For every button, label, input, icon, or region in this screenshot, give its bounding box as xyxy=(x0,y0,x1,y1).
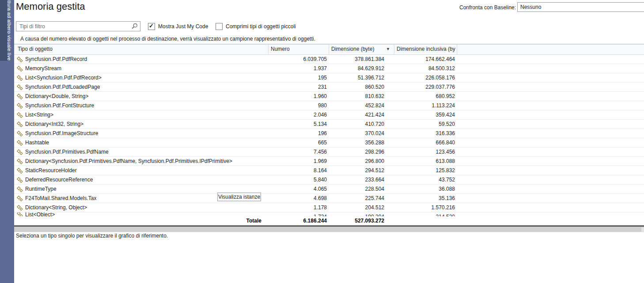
object-type-name: List<Object> xyxy=(25,212,55,216)
class-icon xyxy=(17,57,23,62)
object-type-name: Syncfusion.Pdf.PdfLoadedPage xyxy=(25,83,100,91)
object-type-name: MemoryStream xyxy=(25,64,61,73)
object-count: 665 xyxy=(269,138,329,147)
object-count: 8.164 xyxy=(269,166,329,175)
object-inclusive-size: 214.520 xyxy=(394,212,457,216)
object-inclusive-size: 316.336 xyxy=(394,129,457,138)
class-icon xyxy=(17,186,23,192)
class-icon xyxy=(17,103,23,109)
horizontal-scrollbar[interactable] xyxy=(14,227,644,232)
object-size: 233.664 xyxy=(329,175,394,184)
object-inclusive-size: 666.840 xyxy=(394,138,457,147)
collapse-small-objects-label: Comprimi tipi di oggetti piccoli xyxy=(226,23,296,30)
baseline-combobox[interactable]: Nessuno xyxy=(517,2,644,12)
filter-input[interactable] xyxy=(16,22,132,31)
left-toolwindow-strip: ttura ad albero visuale live xyxy=(0,0,14,283)
object-inclusive-size: 1.113.224 xyxy=(394,101,457,110)
table-body: Syncfusion.Pdf.PdfRecord 6.039.705 378.8… xyxy=(14,55,644,216)
total-label: Totale xyxy=(14,216,269,225)
class-icon xyxy=(17,112,23,118)
total-row: Totale 6.186.244 527.093.272 xyxy=(14,216,644,225)
column-header-type[interactable]: Tipo di oggetto xyxy=(14,45,269,54)
view-instances-button[interactable]: Visualizza istanze xyxy=(217,192,261,201)
page-title: Memoria gestita xyxy=(16,1,85,12)
total-inclusive xyxy=(394,216,457,225)
object-inclusive-size: 359.424 xyxy=(394,110,457,119)
object-type-name: List<Syncfusion.Pdf.PdfRecord> xyxy=(25,73,102,82)
toolwindow-tab-label[interactable]: ttura ad albero visuale live xyxy=(7,0,12,62)
class-icon xyxy=(17,212,23,216)
class-icon xyxy=(17,205,23,211)
table-row[interactable]: F24ToMail.Shared.Models.Tax 4.698 225.74… xyxy=(14,194,644,203)
table-row[interactable]: MemoryStream 1.937 84.629.912 84.500.312 xyxy=(14,64,644,73)
object-count: 196 xyxy=(269,129,329,138)
table-row[interactable]: Syncfusion.Pdf.FontStructure 980 452.824… xyxy=(14,101,644,110)
object-count: 1.734 xyxy=(269,212,329,216)
table-row[interactable]: RuntimeType 4.065 228.504 36.088 xyxy=(14,185,644,194)
object-size: 452.824 xyxy=(329,101,394,110)
class-icon xyxy=(17,168,23,174)
class-icon xyxy=(17,196,23,201)
object-size: 410.720 xyxy=(329,120,394,128)
horizontal-scrollbar-thumb[interactable] xyxy=(14,227,641,232)
class-icon xyxy=(17,140,23,146)
object-inclusive-size: 174.662.464 xyxy=(394,55,457,64)
object-type-name: F24ToMail.Shared.Models.Tax xyxy=(25,194,96,203)
collapse-small-objects-option[interactable]: Comprimi tipi di oggetti piccoli xyxy=(216,23,296,30)
table-row[interactable]: Syncfusion.Pdf.PdfLoadedPage 231 860.520… xyxy=(14,83,644,92)
just-my-code-checkbox[interactable] xyxy=(148,23,155,30)
object-size: 296.800 xyxy=(329,157,394,166)
table-row[interactable]: List<Object> 1.734 190.304 214.520 xyxy=(14,212,644,216)
filter-box xyxy=(16,21,140,31)
object-count: 5.840 xyxy=(269,175,329,184)
column-header-count[interactable]: Numero xyxy=(269,45,329,54)
object-size: 421.424 xyxy=(329,110,394,119)
object-type-name: Syncfusion.Pdf.Primitives.PdfName xyxy=(25,147,109,156)
object-type-name: Dictionary<Double, String> xyxy=(25,92,88,101)
table-row[interactable]: List<Syncfusion.Pdf.PdfRecord> 195 51.39… xyxy=(14,73,644,83)
object-count: 4.065 xyxy=(269,185,329,193)
object-inclusive-size: 43.752 xyxy=(394,175,457,184)
total-count: 6.186.244 xyxy=(269,216,329,225)
object-count: 2.046 xyxy=(269,110,329,119)
object-type-name: Syncfusion.Pdf.FontStructure xyxy=(25,101,94,110)
column-header-inclusive-size[interactable]: Dimensione inclusiva (by xyxy=(394,45,457,54)
reference-graph-hint: Seleziona un tipo singolo per visualizza… xyxy=(16,233,168,239)
table-row[interactable]: StaticResourceHolder 8.164 294.512 125.8… xyxy=(14,166,644,175)
baseline-label: Confronta con Baseline: xyxy=(459,4,516,11)
object-inclusive-size: 36.088 xyxy=(394,185,457,193)
object-size: 294.512 xyxy=(329,166,394,175)
object-size: 84.629.912 xyxy=(329,64,394,73)
just-my-code-option[interactable]: Mostra Just My Code xyxy=(148,23,208,30)
column-header-size[interactable]: Dimensione (byte) ▼ xyxy=(329,45,394,54)
table-row[interactable]: Dictionary<Int32, String> 5.134 410.720 … xyxy=(14,120,644,129)
table-row[interactable]: Dictionary<Double, String> 1.960 810.632… xyxy=(14,92,644,101)
object-size: 810.632 xyxy=(329,92,394,101)
total-size: 527.093.272 xyxy=(329,216,394,225)
object-size: 225.744 xyxy=(329,194,394,203)
object-count: 5.134 xyxy=(269,120,329,128)
collapse-small-objects-checkbox[interactable] xyxy=(216,23,223,30)
object-inclusive-size: 1.570.216 xyxy=(394,203,457,212)
object-inclusive-size: 226.058.176 xyxy=(394,73,457,82)
class-icon xyxy=(17,121,23,127)
table-row[interactable]: Syncfusion.Pdf.Primitives.PdfName 7.456 … xyxy=(14,147,644,157)
object-inclusive-size: 613.088 xyxy=(394,157,457,166)
object-size: 298.296 xyxy=(329,147,394,156)
sort-descending-icon[interactable]: ▼ xyxy=(386,45,390,54)
table-row[interactable]: DeferredResourceReference 5.840 233.664 … xyxy=(14,175,644,185)
search-icon[interactable] xyxy=(131,23,138,30)
table-row[interactable]: Syncfusion.Pdf.PdfRecord 6.039.705 378.8… xyxy=(14,55,644,64)
object-count: 1.178 xyxy=(269,203,329,212)
table-row[interactable]: Dictionary<Syncfusion.Pdf.Primitives.Pdf… xyxy=(14,157,644,166)
table-row[interactable]: Syncfusion.Pdf.ImageStructure 196 370.02… xyxy=(14,129,644,138)
object-count: 6.039.705 xyxy=(269,55,329,64)
object-type-name: Hashtable xyxy=(25,138,49,147)
table-row[interactable]: List<String> 2.046 421.424 359.424 xyxy=(14,110,644,120)
table-row[interactable]: Hashtable 665 356.288 666.840 xyxy=(14,138,644,147)
object-type-name: RuntimeType xyxy=(25,185,57,193)
object-count: 4.698 xyxy=(269,194,329,203)
table-row[interactable]: Dictionary<String, Object> 1.178 204.512… xyxy=(14,203,644,212)
class-icon xyxy=(17,84,23,90)
object-type-name: Dictionary<Int32, String> xyxy=(25,120,83,128)
